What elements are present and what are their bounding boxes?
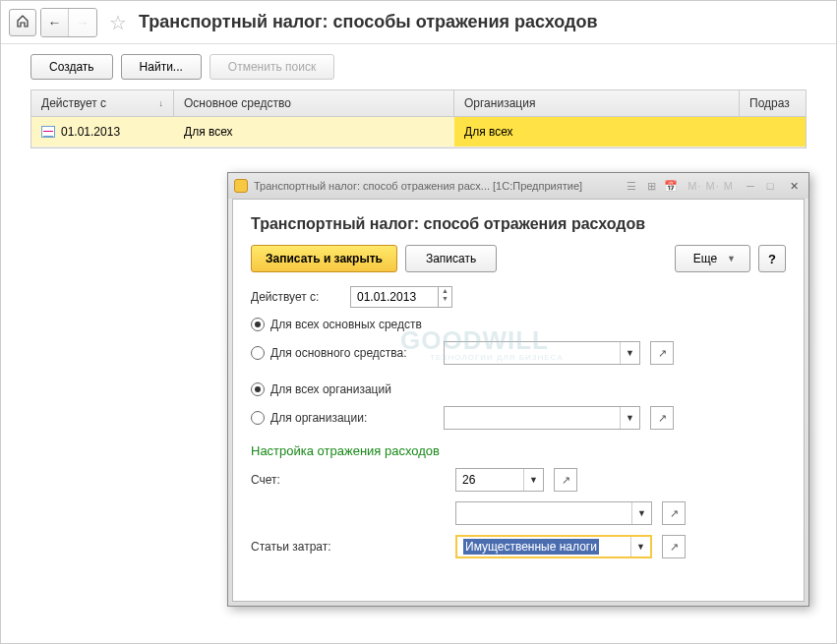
create-button[interactable]: Создать — [30, 54, 113, 80]
col-label: Действует с — [41, 96, 106, 110]
asset-combo[interactable]: ▼ — [444, 341, 640, 365]
asset-open-button[interactable]: ↗ — [650, 341, 674, 365]
section-title: Настройка отражения расходов — [251, 443, 786, 458]
account-input[interactable]: 26 — [456, 473, 523, 487]
dialog-actions: Записать и закрыть Записать Еще ▼ ? — [251, 245, 786, 272]
valid-from-label: Действует с: — [251, 290, 344, 304]
org-open-button[interactable]: ↗ — [650, 406, 674, 430]
home-icon — [16, 14, 30, 30]
account-combo[interactable]: 26 ▼ — [455, 468, 544, 492]
dialog-body: GOODWILL ТЕХНОЛОГИИ ДЛЯ БИЗНЕСА Транспор… — [232, 199, 805, 602]
cell-org: Для всех — [454, 117, 740, 146]
dropdown-icon[interactable]: ▼ — [620, 342, 639, 364]
favorite-star-icon[interactable]: ☆ — [109, 11, 127, 34]
org-combo[interactable]: ▼ — [444, 406, 640, 430]
account-label: Счет: — [251, 473, 408, 487]
table-row[interactable]: 01.01.2013 Для всех Для всех — [31, 117, 806, 147]
col-valid-from[interactable]: Действует с ↓ — [31, 90, 174, 116]
dialog-window: Транспортный налог: способ отражения рас… — [227, 172, 809, 607]
cancel-search-button: Отменить поиск — [209, 54, 334, 80]
nav-group: ← → — [40, 8, 97, 37]
cost-value-selected: Имущественные налоги — [463, 539, 599, 555]
arrow-left-icon: ← — [48, 15, 62, 30]
dialog-titlebar[interactable]: Транспортный налог: способ отражения рас… — [228, 173, 808, 199]
save-button[interactable]: Записать — [405, 245, 497, 272]
extra-row: ▼ ↗ — [251, 501, 786, 525]
radio-label: Для всех основных средств — [270, 318, 422, 331]
valid-from-row: Действует с: ▲ ▼ — [251, 286, 786, 308]
col-org[interactable]: Организация — [454, 90, 740, 116]
save-close-button[interactable]: Записать и закрыть — [251, 245, 397, 272]
arrow-right-icon: → — [76, 15, 90, 30]
account-open-button[interactable]: ↗ — [554, 468, 577, 492]
tb-icon-1[interactable]: ☰ — [623, 177, 640, 195]
tb-maximize-icon[interactable]: □ — [761, 177, 779, 195]
spin-down-icon[interactable]: ▼ — [439, 295, 451, 303]
top-toolbar: ← → ☆ Транспортный налог: способы отраже… — [1, 1, 836, 44]
dialog-window-title: Транспортный налог: способ отражения рас… — [254, 180, 617, 192]
extra-combo[interactable]: ▼ — [455, 501, 652, 525]
row-icon — [41, 126, 55, 138]
cell-date-text: 01.01.2013 — [61, 125, 120, 139]
date-spinner[interactable]: ▲ ▼ — [439, 286, 452, 308]
radio-icon[interactable] — [251, 382, 265, 396]
radio-for-asset[interactable]: Для основного средства: ▼ ↗ — [251, 341, 786, 365]
dialog-heading: Транспортный налог: способ отражения рас… — [251, 215, 786, 233]
radio-icon[interactable] — [251, 318, 265, 331]
table-header: Действует с ↓ Основное средство Организа… — [31, 90, 806, 117]
valid-from-input[interactable] — [350, 286, 439, 308]
dropdown-icon[interactable]: ▼ — [631, 502, 651, 524]
extra-open-button[interactable]: ↗ — [662, 501, 686, 525]
dropdown-icon[interactable]: ▼ — [630, 537, 650, 556]
more-label: Еще — [693, 252, 717, 265]
page-title: Транспортный налог: способы отражения ра… — [139, 12, 598, 32]
forward-button: → — [69, 9, 96, 36]
more-button[interactable]: Еще ▼ — [675, 245, 750, 272]
spin-up-icon[interactable]: ▲ — [439, 287, 451, 295]
col-dept[interactable]: Подраз — [740, 90, 806, 116]
chevron-down-icon: ▼ — [727, 254, 736, 263]
radio-for-org[interactable]: Для организации: ▼ ↗ — [251, 406, 786, 430]
help-button[interactable]: ? — [758, 245, 786, 272]
cost-label: Статьи затрат: — [251, 540, 408, 554]
radio-all-assets[interactable]: Для всех основных средств — [251, 318, 786, 331]
tb-wm: M· M· M — [688, 180, 734, 192]
dropdown-icon[interactable]: ▼ — [620, 407, 639, 429]
radio-icon[interactable] — [251, 411, 265, 425]
radio-label: Для всех организаций — [270, 382, 391, 396]
data-table: Действует с ↓ Основное средство Организа… — [30, 89, 807, 148]
tb-minimize-icon[interactable]: ─ — [742, 177, 759, 195]
action-row: Создать Найти... Отменить поиск — [1, 44, 836, 89]
radio-label: Для организации: — [270, 411, 438, 425]
account-row: Счет: 26 ▼ ↗ — [251, 468, 786, 492]
sort-arrow-icon: ↓ — [159, 98, 164, 108]
cell-dept — [740, 117, 806, 146]
back-button[interactable]: ← — [41, 9, 69, 36]
find-button[interactable]: Найти... — [121, 54, 202, 80]
col-asset[interactable]: Основное средство — [174, 90, 454, 116]
close-icon[interactable]: ✕ — [785, 177, 803, 195]
app-icon — [234, 179, 248, 193]
radio-icon[interactable] — [251, 346, 265, 360]
cost-combo[interactable]: Имущественные налоги ▼ — [455, 535, 652, 558]
cell-date: 01.01.2013 — [31, 117, 174, 146]
tb-calendar-icon[interactable]: 📅 — [662, 177, 680, 195]
radio-all-orgs[interactable]: Для всех организаций — [251, 382, 786, 396]
cost-open-button[interactable]: ↗ — [662, 535, 686, 558]
tb-calc-icon[interactable]: ⊞ — [642, 177, 660, 195]
radio-label: Для основного средства: — [270, 346, 438, 360]
cell-asset: Для всех — [174, 117, 454, 146]
cost-input[interactable]: Имущественные налоги — [457, 540, 630, 554]
cost-row: Статьи затрат: Имущественные налоги ▼ ↗ — [251, 535, 786, 558]
home-button[interactable] — [9, 9, 36, 36]
dropdown-icon[interactable]: ▼ — [523, 469, 543, 491]
titlebar-icons: ☰ ⊞ 📅 M· M· M ─ □ — [623, 177, 779, 195]
